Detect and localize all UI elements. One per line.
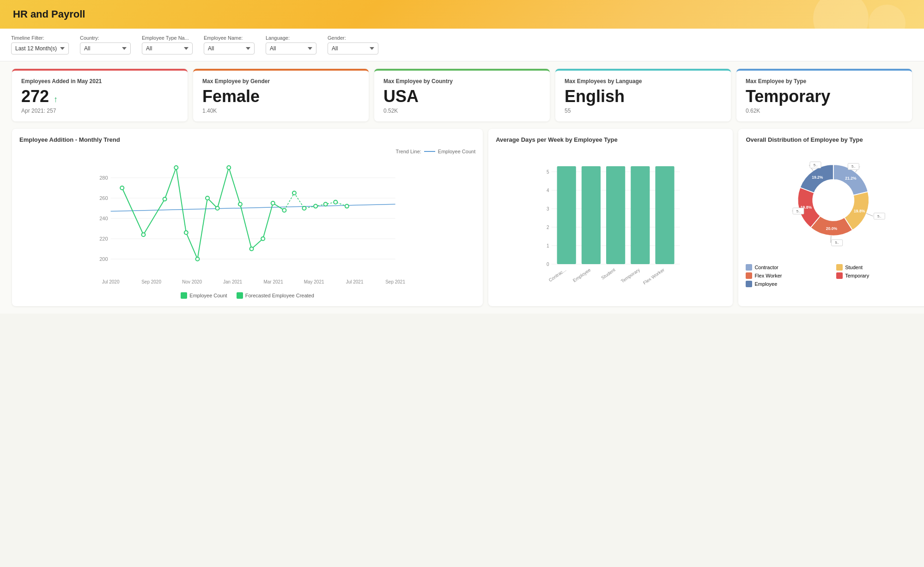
kpi-up-arrow: ↑ [54,95,58,104]
svg-text:280: 280 [99,175,108,181]
svg-text:5..: 5.. [877,214,881,218]
svg-point-19 [120,186,124,190]
kpi-card-2: Max Employee by Country USA 0.52K [374,69,550,121]
svg-point-20 [141,233,145,236]
svg-text:0: 0 [547,262,549,267]
legend-swatch [836,264,843,271]
donut-legend-item: Temporary [836,272,921,279]
donut-legend-item: Contractor [746,264,831,271]
bar-chart-svg: 012345Contrac...EmployeeStudentTemporary… [496,149,725,292]
svg-point-30 [261,237,265,241]
svg-rect-53 [582,166,601,264]
svg-text:Contrac...: Contrac... [548,267,567,283]
svg-text:240: 240 [99,216,108,221]
svg-text:Employee: Employee [572,267,592,283]
gender-filter-group: Gender: All [328,35,378,54]
emp-name-filter-group: Employee Name: All [204,35,255,54]
donut-legend: ContractorStudentFlex WorkerTemporaryEmp… [746,264,921,287]
svg-text:Jul 2021: Jul 2021 [346,279,364,284]
svg-text:260: 260 [99,195,108,201]
charts-row: Employee Addition - Monthly Trend Trend … [0,129,924,314]
emp-type-filter-select[interactable]: All [142,42,193,54]
svg-text:2: 2 [547,225,549,230]
svg-point-22 [174,166,178,169]
kpi-sub-2: 0.52K [383,108,541,114]
timeline-filter-select[interactable]: Last 12 Month(s) [11,42,69,54]
svg-point-21 [163,197,167,201]
kpi-value-0: 272 ↑ [21,87,178,106]
header: HR and Payroll [0,0,924,29]
kpi-label-4: Max Employee by Type [746,78,903,84]
svg-point-23 [184,230,188,234]
svg-rect-51 [557,166,576,264]
svg-point-37 [334,200,337,204]
timeline-filter-label: Timeline Filter: [11,35,69,41]
svg-line-66 [867,213,873,216]
emp-name-filter-label: Employee Name: [204,35,255,41]
emp-type-filter-group: Employee Type Na... All [142,35,193,54]
trend-legend-series: Employee Count [438,149,475,154]
svg-text:Jan 2021: Jan 2021 [223,279,243,284]
line-chart-title: Employee Addition - Monthly Trend [19,136,475,143]
svg-text:Flex Worker: Flex Worker [642,267,666,285]
filters-bar: Timeline Filter: Last 12 Month(s) Countr… [0,29,924,61]
kpi-card-1: Max Employee by Gender Female 1.40K [193,69,369,121]
svg-text:19.2%: 19.2% [812,175,824,179]
svg-text:19.8%: 19.8% [854,208,865,213]
svg-point-29 [250,247,254,251]
gender-filter-select[interactable]: All [328,42,378,54]
kpi-card-0: Employees Added in May 2021 272 ↑ Apr 20… [12,69,188,121]
svg-text:Student: Student [600,267,616,280]
legend-swatch [836,272,843,279]
emp-name-filter-select[interactable]: All [204,42,255,54]
svg-point-32 [282,208,286,212]
line-chart-container: Trend Line: Employee Count 2002202402602… [19,149,475,289]
svg-text:220: 220 [99,236,108,241]
svg-point-34 [302,206,306,210]
svg-text:Mar 2021: Mar 2021 [263,279,283,284]
trend-line-sample [424,151,435,152]
svg-point-35 [314,204,317,208]
legend-item-employee-count: Employee Count [181,292,227,299]
legend-label: Flex Worker [754,273,782,278]
svg-point-26 [216,206,219,210]
donut-wrap: 21.2%5..19.8%5..20.0%5..19.8%5..19.2%5..… [746,149,921,287]
svg-text:4: 4 [547,188,549,193]
gender-filter-label: Gender: [328,35,378,41]
svg-point-28 [238,202,242,206]
legend-label-forecasted: Forecasted Employee Created [245,293,314,298]
svg-point-24 [195,257,199,261]
svg-text:200: 200 [99,256,108,262]
kpi-sub-4: 0.62K [746,108,903,114]
svg-text:21.2%: 21.2% [845,176,857,181]
svg-line-70 [831,235,831,242]
country-filter-group: Country: All [80,35,131,54]
svg-text:May 2021: May 2021 [304,279,324,284]
language-filter-select[interactable]: All [266,42,316,54]
header-decoration-1 [813,0,869,29]
svg-text:Nov 2020: Nov 2020 [182,279,202,284]
kpi-label-0: Employees Added in May 2021 [21,78,178,84]
legend-swatch-employee-count [181,292,187,299]
kpi-sub-0: Apr 2021: 257 [21,108,178,114]
svg-text:5: 5 [547,169,549,175]
emp-type-filter-label: Employee Type Na... [142,35,193,41]
svg-text:Sep 2021: Sep 2021 [385,279,405,284]
trend-legend-label: Trend Line: [396,149,421,154]
svg-text:5..: 5.. [835,241,839,245]
svg-text:5..: 5.. [851,164,856,169]
country-filter-select[interactable]: All [80,42,131,54]
legend-label: Student [845,265,863,270]
kpi-sub-1: 1.40K [202,108,359,114]
legend-label: Employee [754,281,777,287]
language-filter-group: Language: All [266,35,316,54]
kpi-label-3: Max Employees by Language [565,78,722,84]
kpi-card-4: Max Employee by Type Temporary 0.62K [736,69,912,121]
country-filter-label: Country: [80,35,131,41]
legend-label-employee-count: Employee Count [189,293,227,298]
svg-text:1: 1 [547,243,549,248]
donut-chart-svg: 21.2%5..19.8%5..20.0%5..19.8%5..19.2%5.. [746,149,921,259]
bar-chart-title: Average Days per Week by Employee Type [496,136,725,143]
timeline-filter-group: Timeline Filter: Last 12 Month(s) [11,35,69,54]
header-decoration-2 [869,5,906,29]
